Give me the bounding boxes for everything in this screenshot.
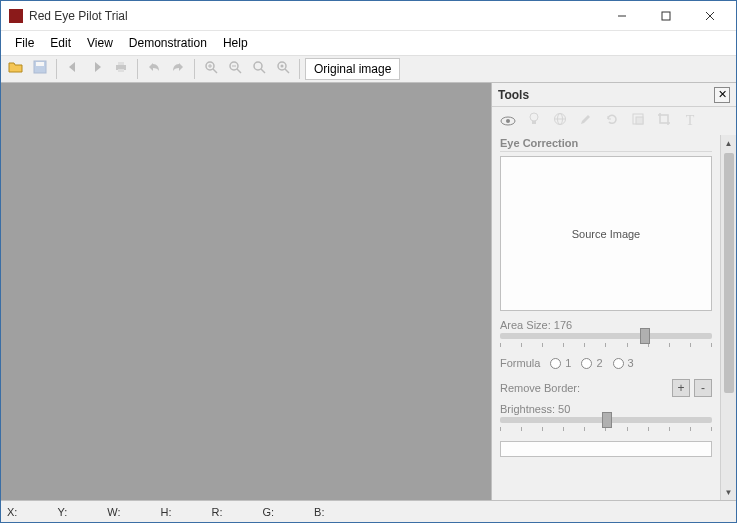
- svg-point-20: [281, 65, 284, 68]
- print-button: [110, 58, 132, 80]
- tab-lightbulb[interactable]: [524, 111, 544, 131]
- brush-icon: [579, 112, 593, 130]
- eye-icon: [500, 112, 516, 130]
- tools-scrollbar[interactable]: ▲ ▼: [720, 135, 736, 500]
- menu-file[interactable]: File: [7, 34, 42, 52]
- svg-point-16: [254, 62, 262, 70]
- redo-button: [167, 58, 189, 80]
- titlebar: Red Eye Pilot Trial: [1, 1, 736, 31]
- main-area: Tools ✕ T Eye Correction Source Image: [1, 83, 736, 500]
- svg-rect-29: [636, 117, 643, 124]
- status-g: G:: [262, 506, 274, 518]
- zoom-fit-button: [248, 58, 270, 80]
- svg-point-23: [530, 113, 538, 121]
- preview-box: [500, 441, 712, 457]
- remove-border-row: Remove Border: + -: [500, 379, 712, 397]
- scroll-down-button[interactable]: ▼: [721, 484, 737, 500]
- window-title: Red Eye Pilot Trial: [29, 9, 600, 23]
- toolbar: Original image: [1, 55, 736, 83]
- remove-border-plus-button[interactable]: +: [672, 379, 690, 397]
- menu-view[interactable]: View: [79, 34, 121, 52]
- crop-icon: [657, 112, 671, 130]
- printer-icon: [114, 60, 128, 78]
- arrow-left-icon: [66, 60, 80, 78]
- close-button[interactable]: [688, 2, 732, 30]
- menu-help[interactable]: Help: [215, 34, 256, 52]
- status-b: B:: [314, 506, 324, 518]
- formula-row: Formula 1 2 3: [500, 357, 712, 369]
- formula-label: Formula: [500, 357, 540, 369]
- tab-resize[interactable]: [628, 111, 648, 131]
- tab-eye[interactable]: [498, 111, 518, 131]
- rotate-icon: [605, 112, 619, 130]
- zoom-out-icon: [228, 60, 242, 78]
- resize-icon: [631, 112, 645, 130]
- text-icon: T: [686, 113, 695, 129]
- svg-point-22: [506, 119, 510, 123]
- area-size-label: Area Size: 176: [500, 319, 712, 331]
- image-canvas[interactable]: [1, 83, 492, 500]
- svg-line-14: [237, 69, 241, 73]
- original-image-button[interactable]: Original image: [305, 58, 400, 80]
- svg-line-19: [285, 69, 289, 73]
- minimize-button[interactable]: [600, 2, 644, 30]
- svg-rect-1: [662, 12, 670, 20]
- prev-button: [62, 58, 84, 80]
- tab-brush[interactable]: [576, 111, 596, 131]
- next-button: [86, 58, 108, 80]
- menu-demonstration[interactable]: Demonstration: [121, 34, 215, 52]
- globe-icon: [553, 112, 567, 130]
- status-h: H:: [160, 506, 171, 518]
- svg-line-17: [261, 69, 265, 73]
- status-x: X:: [7, 506, 17, 518]
- tab-globe[interactable]: [550, 111, 570, 131]
- tools-title: Tools: [498, 88, 714, 102]
- open-button[interactable]: [5, 58, 27, 80]
- save-icon: [33, 60, 47, 78]
- zoom-100-button: [272, 58, 294, 80]
- tab-rotate[interactable]: [602, 111, 622, 131]
- tab-crop[interactable]: [654, 111, 674, 131]
- app-window: Red Eye Pilot Trial File Edit View Demon…: [0, 0, 737, 523]
- save-button: [29, 58, 51, 80]
- scroll-thumb[interactable]: [724, 153, 734, 393]
- tools-titlebar: Tools ✕: [492, 83, 736, 107]
- open-icon: [8, 60, 24, 78]
- formula-option-2[interactable]: 2: [581, 357, 602, 369]
- source-image-box[interactable]: Source Image: [500, 156, 712, 311]
- zoom-fit-icon: [252, 60, 266, 78]
- scroll-up-button[interactable]: ▲: [721, 135, 737, 151]
- formula-option-1[interactable]: 1: [550, 357, 571, 369]
- lightbulb-icon: [528, 112, 540, 130]
- menu-edit[interactable]: Edit: [42, 34, 79, 52]
- maximize-button[interactable]: [644, 2, 688, 30]
- svg-line-10: [213, 69, 217, 73]
- svg-rect-8: [118, 69, 124, 72]
- remove-border-label: Remove Border:: [500, 382, 668, 394]
- tools-tabs: T: [492, 107, 736, 135]
- arrow-right-icon: [90, 60, 104, 78]
- zoom-out-button: [224, 58, 246, 80]
- svg-rect-24: [532, 121, 536, 124]
- svg-rect-5: [36, 62, 44, 66]
- source-image-caption: Source Image: [572, 228, 640, 240]
- area-size-slider[interactable]: [500, 333, 712, 347]
- undo-button: [143, 58, 165, 80]
- undo-icon: [147, 60, 161, 78]
- statusbar: X: Y: W: H: R: G: B:: [1, 500, 736, 522]
- zoom-in-icon: [204, 60, 218, 78]
- formula-option-3[interactable]: 3: [613, 357, 634, 369]
- tools-content: Eye Correction Source Image Area Size: 1…: [492, 135, 720, 500]
- status-r: R:: [211, 506, 222, 518]
- tab-text[interactable]: T: [680, 111, 700, 131]
- remove-border-minus-button[interactable]: -: [694, 379, 712, 397]
- zoom-100-icon: [276, 60, 290, 78]
- brightness-slider[interactable]: [500, 417, 712, 431]
- zoom-in-button: [200, 58, 222, 80]
- svg-rect-7: [118, 62, 124, 65]
- app-icon: [9, 9, 23, 23]
- section-eye-correction: Eye Correction: [500, 137, 712, 152]
- tools-close-button[interactable]: ✕: [714, 87, 730, 103]
- menubar: File Edit View Demonstration Help: [1, 31, 736, 55]
- tools-panel: Tools ✕ T Eye Correction Source Image: [492, 83, 736, 500]
